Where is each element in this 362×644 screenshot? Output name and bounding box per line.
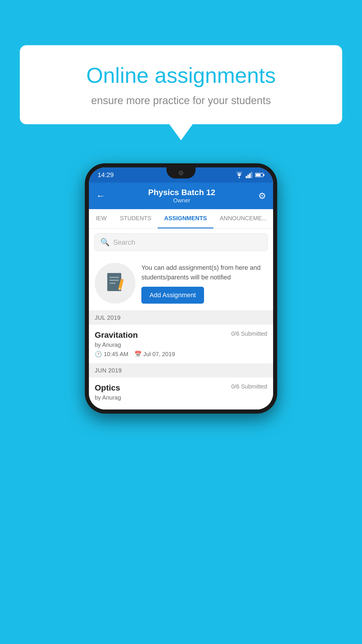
svg-rect-9: [263, 174, 264, 176]
svg-rect-7: [251, 172, 252, 178]
search-input-wrapper[interactable]: 🔍 Search: [94, 233, 268, 251]
phone-mockup: 14:29: [85, 163, 277, 414]
battery-icon: [255, 172, 264, 178]
speech-bubble-arrow: [169, 124, 193, 140]
section-header-jul: JUL 2019: [89, 311, 273, 325]
clock-icon: 🕐: [95, 351, 102, 358]
assignment-item-optics[interactable]: Optics 0/6 Submitted by Anurag: [89, 377, 273, 410]
speech-bubble: Online assignments ensure more practice …: [20, 45, 342, 124]
svg-marker-2: [236, 172, 242, 174]
assignment-submitted-gravitation: 0/6 Submitted: [231, 330, 267, 337]
status-bar: 14:29: [89, 167, 273, 183]
search-container: 🔍 Search: [89, 229, 273, 256]
promo-icon-circle: [95, 263, 136, 304]
assignment-title-optics: Optics: [95, 383, 120, 393]
assignment-date-gravitation: 📅 Jul 07, 2019: [134, 351, 175, 358]
assignment-author-gravitation: by Anurag: [95, 342, 267, 348]
svg-rect-12: [110, 277, 119, 278]
assignment-time-gravitation: 🕐 10:45 AM: [95, 351, 129, 358]
header-title-area: Physics Batch 12 Owner: [105, 188, 258, 204]
tab-assignments[interactable]: ASSIGNMENTS: [158, 209, 213, 228]
front-camera: [179, 171, 183, 175]
assignment-title-gravitation: Gravitation: [95, 330, 138, 340]
svg-rect-10: [256, 174, 261, 176]
tabs-bar: IEW STUDENTS ASSIGNMENTS ANNOUNCEME...: [89, 209, 273, 229]
wifi-icon: [235, 172, 243, 178]
svg-rect-5: [247, 175, 249, 178]
speech-bubble-container: Online assignments ensure more practice …: [20, 45, 342, 140]
svg-rect-14: [110, 283, 115, 284]
status-time: 14:29: [98, 171, 114, 179]
phone-notch: [166, 167, 196, 178]
search-icon: 🔍: [100, 238, 110, 247]
section-header-jun: JUN 2019: [89, 364, 273, 377]
signal-icon: [246, 172, 253, 178]
header-subtitle: Owner: [105, 197, 258, 204]
promo-right: You can add assignment(s) from here and …: [141, 263, 267, 304]
svg-rect-6: [249, 173, 251, 178]
speech-bubble-title: Online assignments: [40, 63, 322, 89]
assignment-author-optics: by Anurag: [95, 394, 267, 401]
app-header: ← Physics Batch 12 Owner ⚙: [89, 183, 273, 209]
tab-students[interactable]: STUDENTS: [113, 209, 158, 228]
svg-rect-4: [246, 176, 247, 178]
add-assignment-button[interactable]: Add Assignment: [141, 287, 204, 304]
back-button[interactable]: ←: [96, 190, 105, 201]
assignment-submitted-optics: 0/6 Submitted: [231, 383, 267, 390]
assignment-item-gravitation[interactable]: Gravitation 0/6 Submitted by Anurag 🕐 10…: [89, 325, 273, 364]
tab-iew[interactable]: IEW: [89, 209, 113, 228]
header-title: Physics Batch 12: [105, 188, 258, 197]
assignment-meta-gravitation: 🕐 10:45 AM 📅 Jul 07, 2019: [95, 351, 267, 358]
svg-rect-13: [110, 280, 119, 281]
calendar-icon: 📅: [134, 351, 142, 358]
promo-description: You can add assignment(s) from here and …: [141, 263, 267, 282]
speech-bubble-subtitle: ensure more practice for your students: [40, 94, 322, 107]
notebook-icon: [105, 272, 125, 295]
search-placeholder: Search: [113, 238, 135, 246]
settings-icon[interactable]: ⚙: [258, 191, 266, 201]
tab-announcements[interactable]: ANNOUNCEME...: [213, 209, 273, 228]
add-assignment-promo: You can add assignment(s) from here and …: [89, 256, 273, 311]
phone-screen: 14:29: [89, 167, 273, 410]
status-icons: [235, 172, 264, 178]
svg-point-3: [239, 177, 240, 178]
phone-body: 14:29: [85, 163, 277, 414]
